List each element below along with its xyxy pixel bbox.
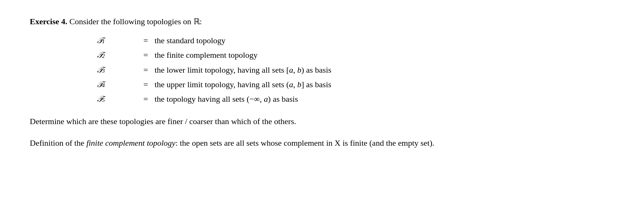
exercise-intro-text: Consider the following topologies on ℝ: <box>70 17 202 26</box>
t-letter-5: 𝒯 <box>97 92 102 105</box>
list-item: 𝒯4 = the upper limit topology, having al… <box>97 78 551 91</box>
t-letter-2: 𝒯 <box>97 48 102 61</box>
t-sub-3: 3 <box>102 66 105 76</box>
t-letter-4: 𝒯 <box>97 78 102 91</box>
equals-5: = <box>141 92 150 105</box>
t-sub-4: 4 <box>102 81 105 90</box>
definition-italic: finite complement topology <box>86 138 176 148</box>
topology-desc-2: the finite complement topology <box>154 48 257 61</box>
topology-list: 𝒯1 = the standard topology 𝒯2 = the fini… <box>97 34 551 105</box>
list-item: 𝒯5 = the topology having all sets (−∞, a… <box>97 92 551 105</box>
equals-2: = <box>141 48 150 61</box>
topology-label-4: 𝒯4 <box>97 78 141 91</box>
topology-desc-1: the standard topology <box>154 34 225 47</box>
t-sub-5: 5 <box>102 95 105 105</box>
exercise-label: Exercise 4. <box>30 17 67 26</box>
definition-suffix: : the open sets are all sets whose compl… <box>176 138 435 148</box>
t-sub-2: 2 <box>102 51 105 61</box>
t-sub-1: 1 <box>102 37 105 46</box>
exercise-title: Exercise 4. Consider the following topol… <box>30 15 551 28</box>
t-letter-3: 𝒯 <box>97 63 102 76</box>
definition-paragraph: Definition of the finite complement topo… <box>30 136 551 150</box>
list-item: 𝒯3 = the lower limit topology, having al… <box>97 63 551 76</box>
exercise-block: Exercise 4. Consider the following topol… <box>30 15 551 150</box>
list-item: 𝒯2 = the finite complement topology <box>97 48 551 61</box>
equals-1: = <box>141 34 150 47</box>
topology-label-3: 𝒯3 <box>97 63 141 76</box>
definition-prefix: Definition of the <box>30 138 86 148</box>
topology-desc-4: the upper limit topology, having all set… <box>154 78 331 91</box>
topology-label-1: 𝒯1 <box>97 34 141 47</box>
topology-label-2: 𝒯2 <box>97 48 141 61</box>
topology-label-5: 𝒯5 <box>97 92 141 105</box>
list-item: 𝒯1 = the standard topology <box>97 34 551 47</box>
topology-desc-5: the topology having all sets (−∞, a) as … <box>154 92 298 105</box>
equals-4: = <box>141 78 150 91</box>
equals-3: = <box>141 63 150 76</box>
topology-desc-3: the lower limit topology, having all set… <box>154 63 331 76</box>
t-letter-1: 𝒯 <box>97 34 102 47</box>
question-paragraph: Determine which are these topologies are… <box>30 114 551 128</box>
